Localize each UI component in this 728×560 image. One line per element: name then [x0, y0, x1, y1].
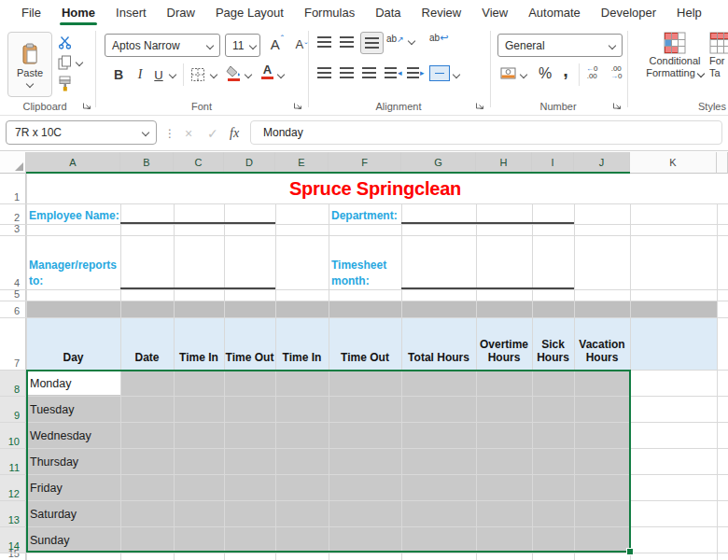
header-cell-time-in-2[interactable]: Time In [275, 317, 329, 370]
col-header-G[interactable]: G [401, 152, 476, 174]
merge-chevron-icon[interactable] [453, 71, 460, 78]
employee-name-label-cell[interactable]: Employee Name: [29, 203, 119, 227]
manager-label-cell[interactable]: Manager/reports to: [29, 235, 122, 294]
bold-button[interactable]: B [110, 65, 127, 84]
borders-button[interactable] [190, 67, 205, 82]
borders-chevron-icon[interactable] [210, 71, 217, 78]
tab-automate[interactable]: Automate [518, 0, 591, 26]
row-header-13[interactable]: 13 [0, 500, 26, 526]
wrap-text-button[interactable]: ab↩ [429, 32, 448, 44]
col-header-F[interactable]: F [329, 152, 401, 174]
col-header-C[interactable]: C [174, 152, 224, 174]
formula-input[interactable]: Monday [250, 120, 722, 145]
conditional-formatting-button[interactable]: Conditional Formatting [635, 32, 715, 79]
col-header-A[interactable]: A [26, 152, 120, 174]
alignment-dialog-launcher-icon[interactable] [475, 101, 484, 110]
copy-chevron-icon[interactable] [76, 59, 83, 66]
grow-font-button[interactable]: Aˆ [267, 34, 287, 54]
col-header-E[interactable]: E [275, 152, 329, 174]
align-left-button[interactable] [317, 67, 331, 78]
row-header-10[interactable]: 10 [0, 422, 26, 448]
tab-help[interactable]: Help [666, 0, 712, 26]
tab-review[interactable]: Review [412, 0, 472, 26]
row-header-15[interactable]: 15 [0, 553, 26, 560]
col-header-K[interactable]: K [630, 152, 717, 174]
underline-chevron-icon[interactable] [169, 71, 176, 78]
increase-indent-button[interactable]: ▸ [407, 67, 425, 78]
header-cell-time-out-1[interactable]: Time Out [224, 317, 275, 370]
col-header-H[interactable]: H [476, 152, 532, 174]
decrease-indent-button[interactable]: ◂ [385, 67, 402, 78]
font-name-select[interactable]: Aptos Narrow [105, 34, 220, 57]
row-header-11[interactable]: 11 [0, 448, 26, 474]
fill-color-button[interactable] [226, 65, 241, 81]
tab-developer[interactable]: Developer [591, 0, 666, 26]
tab-draw[interactable]: Draw [157, 0, 205, 26]
font-dialog-launcher-icon[interactable] [293, 101, 302, 110]
tab-data[interactable]: Data [365, 0, 411, 26]
format-painter-button[interactable] [58, 76, 72, 91]
tab-view[interactable]: View [471, 0, 518, 26]
comma-style-button[interactable]: , [558, 60, 573, 80]
col-header-I[interactable]: I [532, 152, 574, 174]
tab-page-layout[interactable]: Page Layout [205, 0, 294, 26]
tab-insert[interactable]: Insert [105, 0, 157, 26]
orientation-chevron-icon[interactable] [408, 37, 415, 45]
italic-button[interactable]: I [133, 65, 147, 84]
col-header-B[interactable]: B [120, 152, 174, 174]
font-size-select[interactable]: 11 [225, 34, 260, 57]
fill-color-chevron-icon[interactable] [245, 71, 252, 78]
copy-button[interactable] [58, 55, 72, 70]
underline-button[interactable]: U [151, 65, 166, 84]
row-header-9[interactable]: 9 [0, 396, 26, 422]
row-header-7[interactable]: 7 [0, 317, 26, 370]
row-header-4[interactable]: 4 [0, 235, 26, 289]
tab-home[interactable]: Home [51, 0, 105, 26]
header-cell-date[interactable]: Date [120, 317, 174, 370]
row-header-5[interactable]: 5 [0, 289, 26, 301]
accounting-format-button[interactable] [500, 66, 516, 80]
header-cell-time-out-2[interactable]: Time Out [329, 317, 401, 370]
increase-decimal-button[interactable]: ←0.00 [586, 65, 597, 80]
align-bottom-button-selected[interactable] [360, 32, 384, 54]
row-header-3[interactable]: 3 [0, 224, 26, 235]
header-cell-day[interactable]: Day [26, 317, 120, 370]
tab-file[interactable]: File [11, 0, 51, 26]
header-cell-overtime-hours[interactable]: Overtime Hours [476, 317, 532, 370]
percent-style-button[interactable]: % [536, 64, 554, 83]
accounting-chevron-icon[interactable] [520, 71, 527, 78]
header-cell-time-in-1[interactable]: Time In [174, 317, 224, 370]
decrease-decimal-button[interactable]: .00→0 [610, 65, 622, 80]
department-label-cell[interactable]: Department: [331, 203, 398, 227]
name-box[interactable]: 7R x 10C [6, 120, 157, 145]
row-header-6[interactable]: 6 [0, 301, 26, 317]
number-format-select[interactable]: General [497, 34, 623, 57]
enter-button[interactable]: ✓ [207, 124, 218, 143]
header-cell-total-hours[interactable]: Total Hours [401, 317, 476, 370]
clipboard-dialog-launcher-icon[interactable] [82, 101, 91, 110]
sheet-title-cell[interactable]: Spruce Springclean [120, 175, 630, 203]
col-header-L-partial[interactable] [717, 152, 728, 174]
selection-border[interactable] [26, 370, 631, 553]
fill-handle[interactable] [626, 548, 634, 555]
header-cell-vacation-hours[interactable]: Vacation Hours [574, 317, 630, 370]
cancel-button[interactable]: × [185, 124, 192, 143]
align-center-button[interactable] [340, 67, 354, 78]
insert-function-button[interactable]: fx [230, 124, 239, 143]
gray-band-row6[interactable] [26, 301, 717, 317]
number-dialog-launcher-icon[interactable] [612, 101, 622, 110]
select-all-corner[interactable] [0, 152, 26, 174]
header-cell-sick-hours[interactable]: Sick Hours [532, 317, 574, 370]
paste-button[interactable]: Paste [7, 32, 52, 97]
align-right-button[interactable] [362, 67, 376, 78]
format-as-table-button[interactable]: For Ta [709, 32, 728, 79]
align-middle-button[interactable] [340, 36, 354, 48]
tab-formulas[interactable]: Formulas [294, 0, 365, 26]
align-top-button[interactable] [317, 36, 331, 48]
timesheet-month-label-cell[interactable]: Timesheet month: [331, 235, 400, 294]
row-header-1[interactable]: 1 [0, 174, 26, 203]
col-header-J[interactable]: J [574, 152, 630, 174]
font-color-button[interactable]: A [261, 63, 273, 79]
font-color-chevron-icon[interactable] [277, 71, 285, 78]
col-header-D[interactable]: D [224, 152, 275, 174]
